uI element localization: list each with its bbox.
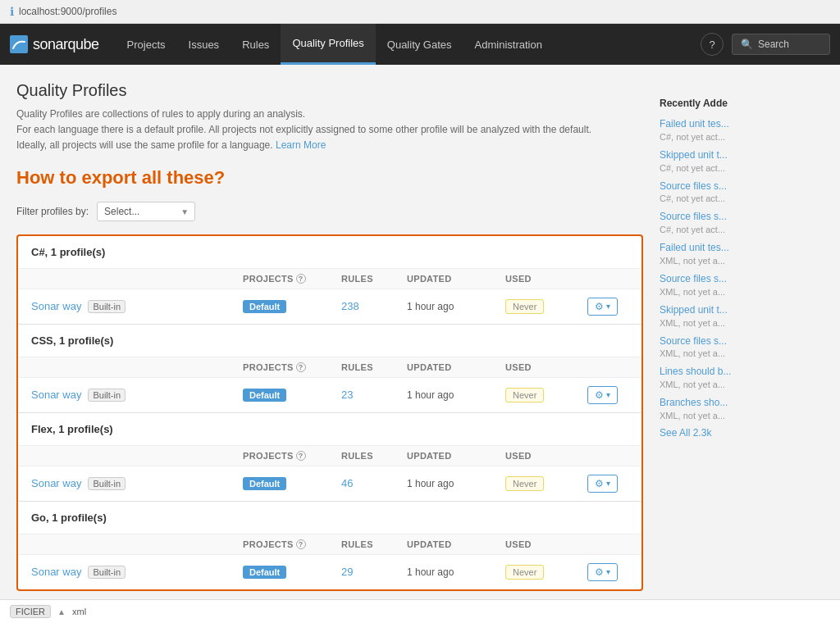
action-button[interactable]: ⚙ ▾ [587, 563, 618, 581]
col-used-header: Used [505, 539, 587, 549]
learn-more-link[interactable]: Learn More [276, 139, 326, 151]
col-updated-header: Updated [407, 451, 505, 461]
bottom-lang: xml [72, 607, 86, 607]
nav-rules[interactable]: Rules [231, 24, 281, 65]
profile-action-cell: ⚙ ▾ [587, 563, 628, 581]
col-projects-header: Projects ? [243, 362, 341, 372]
language-header-2: Flex, 1 profile(s) [18, 413, 641, 446]
sidebar-item-meta-0: C#, not yet act... [660, 132, 824, 142]
col-name-header [31, 274, 243, 284]
never-badge: Never [505, 476, 544, 491]
language-group-3: Go, 1 profile(s) Projects ? Rules Update… [18, 502, 641, 589]
profile-rules-cell: 23 [341, 389, 407, 401]
col-updated-header: Updated [407, 362, 505, 372]
profile-link[interactable]: Sonar way [31, 566, 81, 578]
filter-select-wrapper[interactable]: Select... ▼ [97, 202, 195, 221]
profile-name-cell: Sonar way Built-in [31, 477, 243, 490]
builtin-badge: Built-in [88, 477, 126, 490]
sidebar-item-link-7[interactable]: Source files s... [660, 334, 824, 348]
sonarqube-logo [10, 35, 28, 53]
sidebar-item-6: Skipped unit t... XML, not yet a... [660, 303, 824, 328]
projects-info-icon[interactable]: ? [296, 451, 306, 461]
action-button[interactable]: ⚙ ▾ [587, 298, 618, 316]
nav-quality-gates[interactable]: Quality Gates [376, 24, 463, 65]
sidebar-item-link-8[interactable]: Lines should b... [660, 365, 824, 379]
language-group-1: CSS, 1 profile(s) Projects ? Rules Updat… [18, 325, 641, 413]
builtin-badge: Built-in [88, 389, 126, 402]
default-badge: Default [243, 477, 286, 490]
main-content: Quality Profiles Quality Profiles are co… [0, 65, 840, 607]
gear-icon: ⚙ [595, 478, 604, 489]
language-name-0: C#, 1 profile(s) [31, 246, 105, 258]
filter-select[interactable]: Select... [97, 202, 195, 221]
sidebar-item-2: Source files s... C#, not yet act... [660, 180, 824, 204]
brand-name: sonarqube [33, 36, 99, 53]
profile-link[interactable]: Sonar way [31, 300, 81, 312]
rules-count-link[interactable]: 29 [341, 566, 353, 578]
sidebar-item-link-2[interactable]: Source files s... [660, 180, 824, 193]
sidebar-items: Failed unit tes... C#, not yet act... Sk… [660, 117, 824, 421]
see-all-link[interactable]: See All 2.3k [660, 427, 824, 439]
projects-info-icon[interactable]: ? [296, 362, 306, 372]
bottom-bar: FICIER ▲ xml [0, 599, 840, 607]
sidebar-item-link-9[interactable]: Branches sho... [660, 396, 824, 410]
sidebar-item-0: Failed unit tes... C#, not yet act... [660, 117, 824, 142]
profile-updated-cell: 1 hour ago [407, 389, 505, 401]
profile-row-3-0: Sonar way Built-in Default 29 1 hour ago… [18, 555, 641, 589]
gear-icon: ⚙ [595, 301, 604, 312]
sidebar-right: Recently Adde Failed unit tes... C#, not… [660, 81, 824, 591]
sidebar-item-8: Lines should b... XML, not yet a... [660, 365, 824, 389]
sidebar-item-4: Failed unit tes... XML, not yet a... [660, 241, 824, 266]
sidebar-item-link-6[interactable]: Skipped unit t... [660, 303, 824, 317]
nav-issues[interactable]: Issues [177, 24, 231, 65]
export-question: How to export all these? [16, 167, 643, 189]
language-header-0: C#, 1 profile(s) [18, 236, 641, 269]
action-button[interactable]: ⚙ ▾ [587, 386, 618, 404]
col-name-header [31, 539, 243, 549]
svg-rect-0 [10, 35, 28, 53]
sidebar-item-link-3[interactable]: Source files s... [660, 210, 824, 224]
rules-count-link[interactable]: 238 [341, 300, 359, 312]
search-box[interactable]: 🔍 Search [732, 34, 830, 55]
profile-action-cell: ⚙ ▾ [587, 386, 628, 404]
projects-info-icon[interactable]: ? [296, 539, 306, 549]
language-header-1: CSS, 1 profile(s) [18, 325, 641, 357]
content-left: Quality Profiles Quality Profiles are co… [16, 81, 643, 591]
sidebar-item-1: Skipped unit t... C#, not yet act... [660, 148, 824, 173]
sidebar-item-meta-4: XML, not yet a... [660, 256, 824, 266]
chevron-down-icon: ▾ [606, 302, 610, 311]
gear-icon: ⚙ [595, 389, 604, 401]
sidebar-item-link-0[interactable]: Failed unit tes... [660, 117, 824, 131]
profile-updated-cell: 1 hour ago [407, 301, 505, 312]
nav-administration[interactable]: Administration [463, 24, 554, 65]
language-header-3: Go, 1 profile(s) [18, 502, 641, 534]
rules-count-link[interactable]: 23 [341, 389, 353, 401]
profile-rules-cell: 29 [341, 566, 407, 578]
col-rules-header: Rules [341, 539, 407, 549]
language-group-0: C#, 1 profile(s) Projects ? Rules Update… [18, 236, 641, 325]
sidebar-item-link-5[interactable]: Source files s... [660, 272, 824, 286]
projects-info-icon[interactable]: ? [296, 274, 306, 284]
sidebar-item-link-4[interactable]: Failed unit tes... [660, 241, 824, 255]
profile-default-cell: Default [243, 477, 341, 489]
profile-updated-cell: 1 hour ago [407, 566, 505, 578]
col-projects-header: Projects ? [243, 539, 341, 549]
page-title: Quality Profiles [16, 81, 643, 100]
sidebar-title: Recently Adde [660, 81, 824, 109]
never-badge: Never [505, 299, 544, 314]
nav-quality-profiles[interactable]: Quality Profiles [281, 24, 375, 65]
address-bar: ℹ localhost:9000/profiles [0, 0, 840, 24]
help-button[interactable]: ? [701, 33, 724, 56]
rules-count-link[interactable]: 46 [341, 477, 353, 489]
profile-default-cell: Default [243, 389, 341, 401]
sidebar-item-link-1[interactable]: Skipped unit t... [660, 148, 824, 162]
profile-link[interactable]: Sonar way [31, 477, 81, 489]
profile-link[interactable]: Sonar way [31, 389, 81, 401]
col-projects-header: Projects ? [243, 451, 341, 461]
action-button[interactable]: ⚙ ▾ [587, 475, 618, 493]
bottom-tag: FICIER [10, 605, 51, 607]
table-header-1: Projects ? Rules Updated Used [18, 357, 641, 378]
profile-updated-cell: 1 hour ago [407, 478, 505, 489]
profile-used-cell: Never [505, 389, 587, 401]
nav-projects[interactable]: Projects [116, 24, 177, 65]
